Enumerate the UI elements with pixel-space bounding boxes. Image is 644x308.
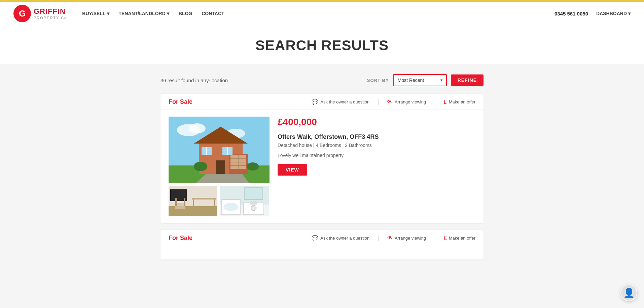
card-actions-2: 💬 Ask the owner a question | 👁 Arrange v…	[312, 235, 475, 242]
dashboard-link[interactable]: DASHBOARD ▾	[596, 11, 631, 16]
result-count: 36 result found in any-location	[160, 78, 228, 83]
svg-rect-32	[175, 198, 177, 206]
property-address: Offers Walk, Offerstown, OFF3 4RS	[278, 133, 475, 141]
for-sale-label: For Sale	[169, 98, 192, 105]
divider-3: |	[434, 235, 436, 242]
room-svg	[169, 186, 217, 216]
logo-circle: G	[13, 5, 31, 22]
divider: |	[434, 98, 436, 105]
nav-link-tenantlandlord[interactable]: TENANT/LANDLORD ▾	[119, 11, 169, 16]
chat-icon: 💬	[312, 99, 318, 105]
nav-link-contact[interactable]: CONTACT	[202, 11, 224, 16]
search-header: SEARCH RESULTS	[0, 25, 644, 64]
card-actions: 💬 Ask the owner a question | 👁 Arrange v…	[312, 98, 475, 105]
svg-rect-33	[184, 198, 185, 206]
svg-point-21	[194, 162, 207, 171]
property-details: Detached house | 4 Bedrooms | 2 Bathroom…	[278, 143, 475, 148]
make-offer-button[interactable]: £ Make an offer	[444, 99, 475, 105]
info-column: £400,000 Offers Walk, Offerstown, OFF3 4…	[278, 117, 475, 216]
sort-right: SORT BY Most Recent REFINE	[367, 74, 484, 86]
thumbnail-row	[169, 186, 270, 216]
svg-rect-28	[192, 198, 216, 199]
pound-icon-2: £	[444, 235, 447, 241]
sort-bar: 36 result found in any-location SORT BY …	[160, 74, 484, 86]
card-header-2: For Sale 💬 Ask the owner a question | 👁 …	[160, 230, 484, 246]
chevron-down-icon: ▾	[167, 11, 169, 16]
results-section: 36 result found in any-location SORT BY …	[154, 64, 490, 276]
svg-point-22	[247, 162, 259, 171]
logo[interactable]: G GRIFFIN PROPERTY Co.	[13, 5, 69, 22]
nav-links: BUY/SELL ▾ TENANT/LANDLORD ▾ BLOG CONTAC…	[82, 11, 224, 16]
navigation: G GRIFFIN PROPERTY Co. BUY/SELL ▾ TENANT…	[0, 2, 644, 25]
svg-rect-38	[250, 201, 257, 205]
nav-left: G GRIFFIN PROPERTY Co. BUY/SELL ▾ TENANT…	[13, 5, 224, 22]
svg-rect-29	[193, 199, 194, 206]
make-offer-button-2[interactable]: £ Make an offer	[444, 235, 475, 241]
thumbnail-2[interactable]	[220, 186, 269, 216]
view-button[interactable]: VIEW	[278, 164, 307, 176]
ask-owner-button[interactable]: 💬 Ask the owner a question	[312, 99, 369, 105]
divider-2: |	[378, 235, 379, 242]
phone-number: 0345 561 0050	[554, 11, 588, 17]
listing-card-1: For Sale 💬 Ask the owner a question | 👁 …	[160, 94, 484, 223]
for-sale-label-2: For Sale	[169, 235, 192, 242]
eye-icon-2: 👁	[387, 235, 393, 241]
listing-card-2: For Sale 💬 Ask the owner a question | 👁 …	[160, 230, 484, 259]
logo-text: GRIFFIN PROPERTY Co.	[34, 7, 69, 20]
sort-select[interactable]: Most Recent	[393, 74, 447, 86]
svg-point-2	[189, 123, 206, 133]
svg-rect-30	[214, 199, 215, 206]
divider: |	[378, 98, 379, 105]
chat-icon-2: 💬	[312, 235, 318, 241]
card-body-1: £400,000 Offers Walk, Offerstown, OFF3 4…	[160, 110, 484, 223]
main-property-image[interactable]	[169, 117, 270, 183]
thumbnail-1[interactable]	[169, 186, 217, 216]
chevron-down-icon: ▾	[107, 11, 109, 16]
eye-icon: 👁	[387, 99, 393, 105]
property-description: Lovely well maintained property	[278, 153, 475, 158]
arrange-viewing-button-2[interactable]: 👁 Arrange viewing	[387, 235, 426, 241]
svg-rect-14	[216, 160, 225, 174]
svg-point-39	[251, 205, 256, 211]
chevron-down-icon: ▾	[628, 11, 631, 16]
property-price: £400,000	[278, 117, 475, 127]
nav-right: 0345 561 0050 DASHBOARD ▾	[554, 11, 631, 17]
ask-owner-button-2[interactable]: 💬 Ask the owner a question	[312, 235, 369, 241]
refine-button[interactable]: REFINE	[451, 74, 484, 86]
svg-rect-40	[244, 188, 263, 199]
svg-point-42	[223, 203, 238, 211]
nav-link-blog[interactable]: BLOG	[179, 11, 192, 16]
images-column	[169, 117, 270, 216]
arrange-viewing-button[interactable]: 👁 Arrange viewing	[387, 99, 426, 105]
nav-link-buysell[interactable]: BUY/SELL ▾	[82, 11, 109, 16]
sort-label: SORT BY	[367, 78, 389, 83]
sort-select-wrap: Most Recent	[393, 74, 447, 86]
bathroom-svg	[220, 186, 269, 216]
card-header-1: For Sale 💬 Ask the owner a question | 👁 …	[160, 94, 484, 110]
page-title: SEARCH RESULTS	[0, 37, 644, 54]
house-svg	[169, 117, 270, 183]
pound-icon: £	[444, 99, 447, 105]
